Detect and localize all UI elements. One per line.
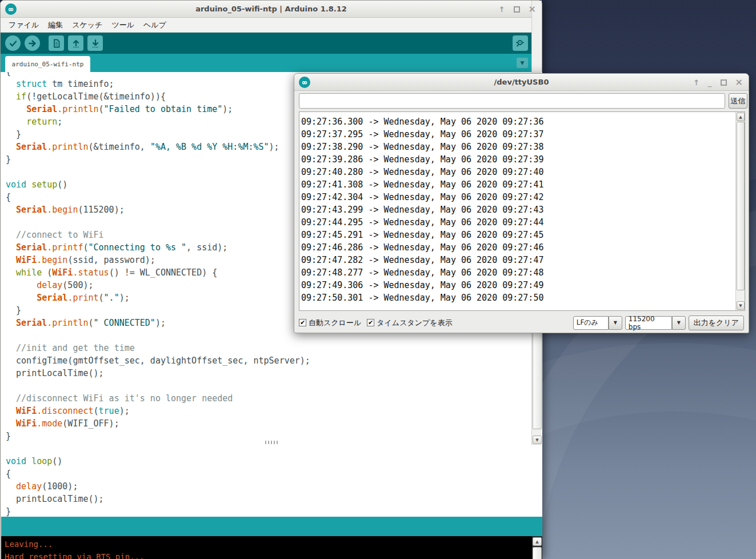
console-line: Leaving... (5, 538, 539, 550)
tab-arduino-05-wifi-ntp[interactable]: arduino_05-wifi-ntp (5, 56, 90, 72)
ide-title-bar[interactable]: ∞ arduino_05-wifi-ntp | Arduino 1.8.12 ↑… (1, 1, 542, 18)
timestamp-label: タイムスタンプを表示 (377, 318, 452, 328)
save-button[interactable] (87, 35, 103, 51)
close-icon[interactable]: × (735, 78, 743, 87)
scroll-down-icon[interactable]: ▼ (737, 301, 745, 310)
menu-ファイル[interactable]: ファイル (4, 18, 43, 32)
ide-window-title: arduino_05-wifi-ntp | Arduino 1.8.12 (1, 5, 542, 13)
code-line: configTime(gmtOffset_sec, daylightOffset… (6, 354, 532, 367)
scroll-down-icon[interactable]: ▼ (533, 436, 542, 444)
serial-line: 09:27:37.295 -> Wednesday, May 06 2020 0… (301, 128, 735, 141)
clear-output-button[interactable]: 出力をクリア (689, 316, 744, 330)
build-console: Leaving...Hard resetting via RTS pin... … (1, 536, 542, 559)
autoscroll-label: 自動スクロール (309, 318, 361, 328)
console-output: Leaving...Hard resetting via RTS pin... (1, 536, 542, 559)
timestamp-option[interactable]: ✔ タイムスタンプを表示 (367, 318, 452, 328)
serial-scrollbar-thumb[interactable] (737, 122, 745, 290)
minimize-icon[interactable]: _ (708, 79, 712, 86)
baud-rate-dropdown-icon[interactable]: ▼ (672, 316, 686, 330)
serial-line: 09:27:42.304 -> Wednesday, May 06 2020 0… (301, 191, 735, 203)
scroll-up-icon[interactable]: ▲ (737, 113, 745, 121)
line-ending-dropdown-icon[interactable]: ▼ (609, 316, 622, 330)
code-line (6, 442, 532, 455)
console-scrollbar[interactable]: ▲ (532, 536, 542, 559)
code-line: { (6, 468, 532, 480)
arrow-up-icon (71, 39, 81, 48)
code-line (6, 380, 532, 392)
serial-line: 09:27:41.308 -> Wednesday, May 06 2020 0… (301, 178, 735, 191)
serial-line: 09:27:49.306 -> Wednesday, May 06 2020 0… (301, 279, 735, 292)
new-sketch-button[interactable] (49, 35, 64, 51)
code-line: void loop() (6, 455, 532, 468)
serial-monitor-button[interactable] (513, 35, 528, 51)
chevron-down-icon: ▼ (521, 60, 525, 66)
magnifier-icon (515, 38, 525, 48)
maximize-icon[interactable] (514, 6, 520, 13)
console-line: Hard resetting via RTS pin... (5, 550, 539, 559)
serial-line: 09:27:43.299 -> Wednesday, May 06 2020 0… (301, 203, 735, 216)
serial-scrollbar[interactable]: ▲ ▼ (735, 112, 745, 310)
menu-bar: ファイル編集スケッチツールヘルプ (1, 18, 542, 33)
status-bar (1, 517, 542, 536)
serial-line: 09:27:50.301 -> Wednesday, May 06 2020 0… (301, 292, 735, 304)
line-ending-select[interactable]: LFのみ (573, 316, 609, 330)
tab-list-dropdown[interactable]: ▼ (517, 58, 528, 68)
serial-monitor-controls: ✔ 自動スクロール ✔ タイムスタンプを表示 LFのみ ▼ 115200 bps… (294, 312, 749, 333)
serial-output: 09:27:36.300 -> Wednesday, May 06 2020 0… (299, 112, 735, 310)
close-icon[interactable]: × (529, 5, 536, 14)
verify-button[interactable] (5, 35, 21, 51)
tab-bar: arduino_05-wifi-ntp ▼ (1, 54, 542, 72)
upload-button[interactable] (25, 35, 40, 51)
menu-ヘルプ[interactable]: ヘルプ (139, 18, 171, 32)
serial-title-bar[interactable]: ∞ /dev/ttyUSB0 ↑ _ × (294, 74, 749, 91)
scroll-up-icon[interactable]: ▲ (533, 537, 542, 546)
split-handle[interactable] (265, 441, 278, 444)
menu-スケッチ[interactable]: スケッチ (67, 18, 107, 32)
code-line: delay(1000); (6, 480, 532, 493)
code-line: //init and get the time (6, 342, 532, 354)
maximize-icon[interactable] (721, 79, 727, 86)
serial-output-area: 09:27:36.300 -> Wednesday, May 06 2020 0… (299, 111, 745, 311)
shade-icon[interactable]: ↑ (499, 6, 505, 13)
serial-line: 09:27:45.291 -> Wednesday, May 06 2020 0… (301, 229, 735, 241)
code-line: WiFi.mode(WIFI_OFF); (6, 417, 532, 430)
serial-send-input[interactable] (299, 93, 725, 109)
serial-line: 09:27:38.290 -> Wednesday, May 06 2020 0… (301, 141, 735, 153)
arrow-right-icon (28, 39, 37, 48)
serial-line: 09:27:47.282 -> Wednesday, May 06 2020 0… (301, 254, 735, 266)
autoscroll-checkbox[interactable]: ✔ (299, 319, 306, 326)
code-line: } (6, 505, 532, 517)
serial-line: 09:27:48.277 -> Wednesday, May 06 2020 0… (301, 266, 735, 279)
arduino-logo-icon: ∞ (299, 77, 310, 88)
baud-rate-select[interactable]: 115200 bps (625, 316, 672, 330)
serial-line: 09:27:40.280 -> Wednesday, May 06 2020 0… (301, 166, 735, 178)
open-button[interactable] (68, 35, 83, 51)
timestamp-checkbox[interactable]: ✔ (367, 319, 374, 326)
document-icon (52, 39, 61, 48)
arrow-down-icon (91, 39, 100, 48)
serial-monitor-window: ∞ /dev/ttyUSB0 ↑ _ × 送信 09:27:36.300 -> … (294, 73, 749, 333)
shade-icon[interactable]: ↑ (693, 79, 699, 86)
console-scrollbar-thumb[interactable] (533, 547, 542, 559)
serial-window-title: /dev/ttyUSB0 (294, 78, 749, 86)
menu-編集[interactable]: 編集 (43, 18, 67, 32)
arduino-logo-icon: ∞ (5, 3, 17, 15)
check-icon (9, 39, 18, 48)
code-line: WiFi.disconnect(true); (6, 405, 532, 417)
serial-line: 09:27:44.295 -> Wednesday, May 06 2020 0… (301, 216, 735, 229)
code-line: printLocalTime(); (6, 367, 532, 380)
send-button[interactable]: 送信 (729, 93, 747, 109)
code-line: //disconnect WiFi as it's no longer need… (6, 392, 532, 405)
serial-line: 09:27:39.286 -> Wednesday, May 06 2020 0… (301, 153, 735, 166)
autoscroll-option[interactable]: ✔ 自動スクロール (299, 318, 361, 328)
code-line: printLocalTime(); (6, 493, 532, 505)
toolbar (1, 33, 542, 54)
serial-line: 09:27:46.286 -> Wednesday, May 06 2020 0… (301, 241, 735, 254)
menu-ツール[interactable]: ツール (107, 18, 139, 32)
serial-line: 09:27:36.300 -> Wednesday, May 06 2020 0… (301, 115, 735, 128)
